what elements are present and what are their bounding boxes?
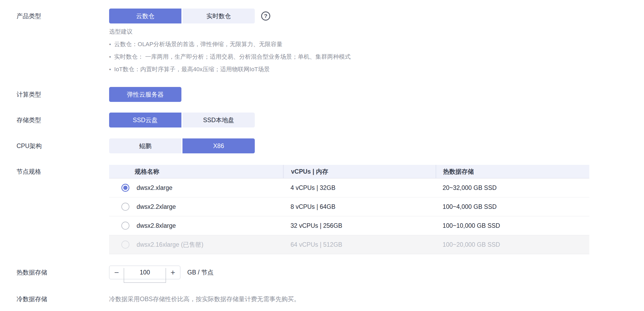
spec-hot-storage: 100~20,000 GB SSD xyxy=(436,241,589,248)
compute-type-segment: 弹性云服务器 xyxy=(109,87,181,102)
hot-storage-label: 热数据存储 xyxy=(0,266,109,279)
suggestion-bullet-realtime-dw: 实时数仓： 一库两用，生产即分析；适用交易、分析混合型业务场景；单机、集群两种模… xyxy=(109,53,351,60)
storage-type-label: 存储类型 xyxy=(0,113,109,127)
compute-type-row: 计算类型 弹性云服务器 xyxy=(0,87,644,102)
table-row-dwsx2-xlarge[interactable]: dwsx2.xlarge 4 vCPUs | 32GB 20~32,000 GB… xyxy=(109,178,589,197)
spec-name: dwsx2.xlarge xyxy=(137,184,172,192)
radio-unselected-icon[interactable] xyxy=(121,203,129,211)
spec-hot-storage: 100~4,000 GB SSD xyxy=(436,203,589,210)
bullet-dot-icon xyxy=(109,53,111,60)
cpu-arch-row: CPU架构 鲲鹏 X86 xyxy=(0,138,644,153)
cpu-arch-option-kunpeng[interactable]: 鲲鹏 xyxy=(109,138,181,153)
suggestion-bullet-text: IoT数仓：内置时序算子，最高40x压缩；适用物联网IoT场景 xyxy=(114,66,270,73)
suggestion-bullet-iot-dw: IoT数仓：内置时序算子，最高40x压缩；适用物联网IoT场景 xyxy=(109,66,351,73)
compute-type-option-ecs[interactable]: 弹性云服务器 xyxy=(109,87,181,102)
product-type-label: 产品类型 xyxy=(0,9,109,23)
table-row-dwsx2-16xlarge-sold-out: dwsx2.16xlarge (已售罄) 64 vCPUs | 512GB 10… xyxy=(109,235,589,254)
cpu-arch-option-x86[interactable]: X86 xyxy=(182,138,255,153)
spec-name: dwsx2.2xlarge xyxy=(137,203,176,210)
spec-hot-storage: 100~10,000 GB SSD xyxy=(436,222,589,229)
node-spec-table-header: 规格名称 vCPUs | 内存 热数据存储 xyxy=(109,165,589,178)
storage-type-row: 存储类型 SSD云盘 SSD本地盘 xyxy=(0,113,644,127)
node-spec-label: 节点规格 xyxy=(0,165,109,178)
radio-unselected-icon[interactable] xyxy=(121,222,129,230)
dws-purchase-form: 产品类型 云数仓 实时数仓 ? 选型建议 云数仓：OLAP分析场景的首选，弹性伸… xyxy=(0,0,644,311)
compute-type-label: 计算类型 xyxy=(0,87,109,102)
spec-hot-storage: 20~32,000 GB SSD xyxy=(436,184,589,192)
product-type-row: 产品类型 云数仓 实时数仓 ? 选型建议 云数仓：OLAP分析场景的首选，弹性伸… xyxy=(0,9,644,73)
hot-storage-stepper: − + xyxy=(109,266,180,281)
suggestion-title: 选型建议 xyxy=(109,28,351,35)
column-header-vcpu-mem: vCPUs | 内存 xyxy=(283,165,436,178)
node-spec-row: 节点规格 规格名称 vCPUs | 内存 热数据存储 dwsx2.xlarge … xyxy=(0,165,644,254)
cpu-arch-segment: 鲲鹏 X86 xyxy=(109,138,255,153)
product-type-option-realtime-dw[interactable]: 实时数仓 xyxy=(182,9,255,23)
cold-storage-row: 冷数据存储 冷数据采用OBS存储性价比高，按实际数据存储量计费无需事先购买。 xyxy=(0,295,644,303)
radio-disabled-icon xyxy=(121,241,129,249)
spec-vcpu-mem: 32 vCPUs | 256GB xyxy=(283,222,436,229)
hot-storage-unit: GB / 节点 xyxy=(187,266,213,279)
help-icon[interactable]: ? xyxy=(261,11,270,21)
bullet-dot-icon xyxy=(109,41,111,48)
cpu-arch-label: CPU架构 xyxy=(0,138,109,153)
storage-type-option-ssd-cloud[interactable]: SSD云盘 xyxy=(109,113,181,127)
radio-selected-icon[interactable] xyxy=(121,184,129,192)
spec-vcpu-mem: 8 vCPUs | 64GB xyxy=(283,203,436,210)
column-header-hot-storage: 热数据存储 xyxy=(436,165,589,178)
spec-vcpu-mem: 64 vCPUs | 512GB xyxy=(283,241,436,248)
table-row-dwsx2-2xlarge[interactable]: dwsx2.2xlarge 8 vCPUs | 64GB 100~4,000 G… xyxy=(109,197,589,216)
table-row-dwsx2-8xlarge[interactable]: dwsx2.8xlarge 32 vCPUs | 256GB 100~10,00… xyxy=(109,216,589,235)
storage-type-segment: SSD云盘 SSD本地盘 xyxy=(109,113,255,127)
hot-storage-row: 热数据存储 − + GB / 节点 xyxy=(0,266,644,281)
product-type-segment: 云数仓 实时数仓 xyxy=(109,9,255,23)
hot-storage-input[interactable] xyxy=(124,268,166,283)
plus-icon[interactable]: + xyxy=(165,266,180,279)
storage-type-option-ssd-local[interactable]: SSD本地盘 xyxy=(182,113,255,127)
column-header-spec-name: 规格名称 xyxy=(109,168,283,176)
spec-vcpu-mem: 4 vCPUs | 32GB xyxy=(283,184,436,192)
node-spec-table: 规格名称 vCPUs | 内存 热数据存储 dwsx2.xlarge 4 vCP… xyxy=(109,165,589,254)
suggestion-bullet-text: 云数仓：OLAP分析场景的首选，弹性伸缩，无限算力、无限容量 xyxy=(114,41,283,48)
suggestion-bullet-cloud-dw: 云数仓：OLAP分析场景的首选，弹性伸缩，无限算力、无限容量 xyxy=(109,41,351,48)
spec-name: dwsx2.16xlarge (已售罄) xyxy=(137,241,204,249)
minus-icon[interactable]: − xyxy=(109,266,124,279)
cold-storage-description: 冷数据采用OBS存储性价比高，按实际数据存储量计费无需事先购买。 xyxy=(109,295,300,303)
suggestion-bullet-text: 实时数仓： 一库两用，生产即分析；适用交易、分析混合型业务场景；单机、集群两种模… xyxy=(114,53,351,60)
spec-name: dwsx2.8xlarge xyxy=(137,222,176,229)
bullet-dot-icon xyxy=(109,66,111,73)
cold-storage-label: 冷数据存储 xyxy=(0,295,109,303)
product-type-option-cloud-dw[interactable]: 云数仓 xyxy=(109,9,181,23)
